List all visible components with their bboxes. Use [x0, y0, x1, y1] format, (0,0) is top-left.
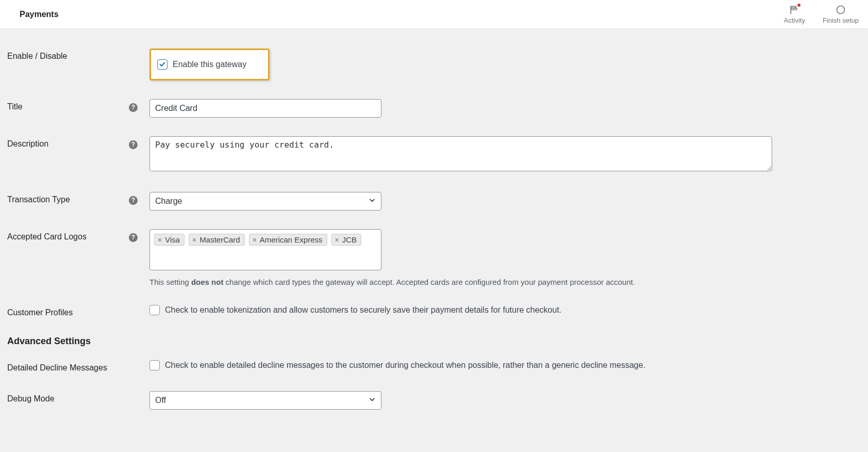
topbar: Payments Activity Finish setup — [0, 0, 868, 29]
transaction-type-select[interactable]: Charge — [149, 192, 381, 211]
row-accepted-logos: Accepted Card Logos ? ×Visa×MasterCard×A… — [7, 225, 861, 301]
notification-dot — [797, 4, 800, 7]
row-transaction-type: Transaction Type ? Charge — [7, 188, 861, 225]
help-spacer — [129, 391, 149, 395]
help-icon[interactable]: ? — [129, 233, 138, 242]
finish-setup-label: Finish setup — [823, 17, 859, 24]
activity-button[interactable]: Activity — [784, 4, 805, 24]
label-title: Title — [7, 99, 129, 111]
label-enable: Enable / Disable — [7, 49, 129, 61]
card-logo-tag[interactable]: ×Visa — [154, 234, 185, 246]
customer-profiles-label: Check to enable tokenization and allow c… — [165, 305, 561, 315]
row-description: Description ? — [7, 132, 861, 188]
remove-tag-icon[interactable]: × — [192, 236, 196, 244]
finish-setup-button[interactable]: Finish setup — [823, 4, 859, 24]
help-icon[interactable]: ? — [129, 103, 138, 112]
activity-label: Activity — [784, 17, 805, 24]
card-logo-tag[interactable]: ×MasterCard — [189, 234, 245, 246]
enable-gateway-checkbox[interactable]: Enable this gateway — [157, 59, 246, 70]
note-bold: does not — [191, 278, 224, 286]
help-icon[interactable]: ? — [129, 196, 138, 205]
card-logo-tag-label: Visa — [165, 235, 180, 244]
checkbox-icon — [149, 360, 160, 370]
help-icon[interactable]: ? — [129, 140, 138, 149]
note-prefix: This setting — [149, 278, 191, 286]
card-logo-tag-label: American Express — [260, 235, 323, 244]
remove-tag-icon[interactable]: × — [335, 236, 339, 244]
accepted-logos-note: This setting does not change which card … — [149, 278, 861, 286]
note-suffix: change which card types the gateway will… — [223, 278, 635, 286]
help-spacer — [129, 360, 149, 364]
advanced-settings-heading: Advanced Settings — [7, 332, 861, 356]
label-detailed-decline: Detailed Decline Messages — [7, 360, 129, 373]
row-enable: Enable / Disable Enable this gateway — [7, 44, 861, 95]
row-detailed-decline: Detailed Decline Messages Check to enabl… — [7, 356, 861, 387]
description-textarea[interactable] — [149, 136, 772, 171]
label-transaction-type: Transaction Type — [7, 192, 129, 204]
enable-gateway-label: Enable this gateway — [173, 60, 246, 69]
content: Enable / Disable Enable this gateway Tit… — [0, 29, 868, 440]
page-title: Payments — [20, 10, 59, 19]
row-title: Title ? — [7, 95, 861, 132]
help-spacer — [129, 305, 149, 309]
card-logo-tag[interactable]: ×JCB — [331, 234, 362, 246]
topbar-right: Activity Finish setup — [784, 4, 859, 24]
row-customer-profiles: Customer Profiles Check to enable tokeni… — [7, 301, 861, 332]
debug-mode-select[interactable]: Off — [149, 391, 381, 410]
label-description: Description — [7, 136, 129, 149]
flag-icon — [789, 4, 800, 15]
card-logo-tag[interactable]: ×American Express — [249, 234, 327, 246]
label-accepted-logos: Accepted Card Logos — [7, 229, 129, 241]
checkbox-icon — [149, 305, 160, 315]
label-customer-profiles: Customer Profiles — [7, 305, 129, 317]
help-spacer — [129, 49, 149, 53]
title-input[interactable] — [149, 99, 381, 118]
detailed-decline-checkbox[interactable]: Check to enable detailed decline message… — [149, 360, 861, 370]
customer-profiles-checkbox[interactable]: Check to enable tokenization and allow c… — [149, 305, 861, 315]
row-debug-mode: Debug Mode Off — [7, 387, 861, 419]
transaction-type-value: Charge — [155, 197, 182, 206]
accepted-logos-multiselect[interactable]: ×Visa×MasterCard×American Express×JCB — [149, 229, 381, 270]
card-logo-tag-label: JCB — [342, 235, 357, 244]
circle-icon — [835, 4, 846, 15]
debug-mode-value: Off — [155, 396, 166, 405]
enable-highlight: Enable this gateway — [149, 49, 270, 80]
remove-tag-icon[interactable]: × — [253, 236, 257, 244]
card-logo-tag-label: MasterCard — [199, 235, 240, 244]
detailed-decline-label: Check to enable detailed decline message… — [165, 361, 645, 370]
remove-tag-icon[interactable]: × — [158, 236, 162, 244]
svg-point-0 — [837, 6, 844, 14]
label-debug-mode: Debug Mode — [7, 391, 129, 403]
checkbox-icon — [157, 59, 168, 70]
